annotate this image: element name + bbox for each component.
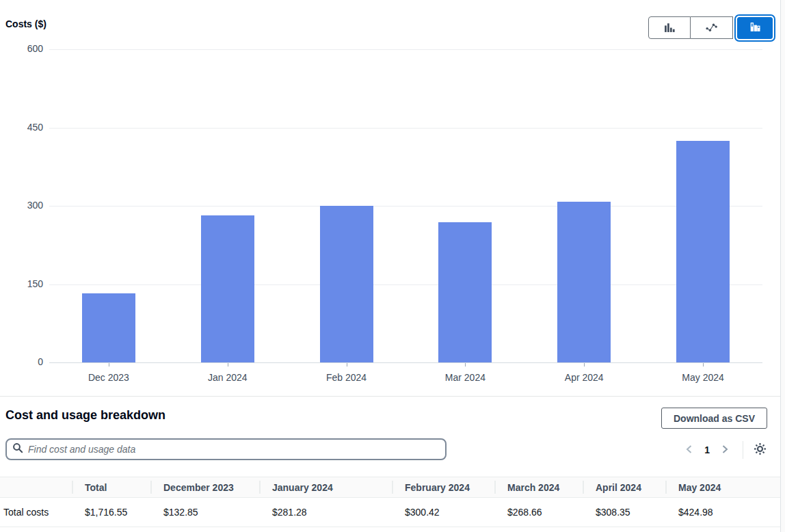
column-header: December 2023 xyxy=(150,477,259,498)
column-header: January 2024 xyxy=(259,477,392,498)
gear-icon xyxy=(753,442,767,458)
table-row: Total costs$1,716.55$132.85$281.28$300.4… xyxy=(0,498,785,527)
y-tick-label: 150 xyxy=(0,278,43,289)
search-input[interactable] xyxy=(28,444,440,455)
column-header: April 2024 xyxy=(583,477,665,498)
column-header: March 2024 xyxy=(494,477,583,498)
x-tick-label: Dec 2023 xyxy=(49,372,168,383)
gridline-450 xyxy=(49,128,762,129)
table-cell: $424.98 xyxy=(665,498,785,527)
table-cell: $300.42 xyxy=(392,498,494,527)
x-tick-label: Feb 2024 xyxy=(287,372,406,383)
cost-breakdown-table: TotalDecember 2023January 2024February 2… xyxy=(0,477,785,527)
vertical-scrollbar[interactable] xyxy=(780,0,785,532)
gridline-0 xyxy=(49,362,762,363)
x-axis-tick xyxy=(584,363,585,367)
table-header-row: TotalDecember 2023January 2024February 2… xyxy=(0,477,785,498)
previous-page-button[interactable] xyxy=(680,442,699,458)
bar-feb-2024[interactable] xyxy=(320,206,373,362)
column-header: February 2024 xyxy=(392,477,494,498)
x-axis-tick xyxy=(109,363,109,367)
table-cell: $132.85 xyxy=(150,498,259,527)
download-csv-button[interactable]: Download as CSV xyxy=(661,408,767,429)
bar-chart-plot-area: 0150300450600Dec 2023Jan 2024Feb 2024Mar… xyxy=(0,0,785,396)
bar-jan-2024[interactable] xyxy=(201,215,254,362)
y-tick-label: 300 xyxy=(0,200,43,211)
chevron-right-icon xyxy=(719,444,730,457)
x-axis-tick xyxy=(465,363,466,367)
x-axis-tick xyxy=(347,363,347,367)
x-tick-label: May 2024 xyxy=(643,372,762,383)
gridline-150 xyxy=(49,284,762,285)
breakdown-title: Cost and usage breakdown xyxy=(5,408,165,423)
row-label: Total costs xyxy=(0,498,72,527)
column-header: May 2024 xyxy=(665,477,785,498)
search-box[interactable] xyxy=(5,438,447,460)
column-header: Total xyxy=(72,477,150,498)
bar-may-2024[interactable] xyxy=(676,141,730,362)
x-axis-tick xyxy=(228,363,228,367)
table-cell: $268.66 xyxy=(494,498,583,527)
y-tick-label: 0 xyxy=(0,356,43,367)
cost-breakdown-panel: Cost and usage breakdown Download as CSV… xyxy=(0,397,785,532)
x-tick-label: Mar 2024 xyxy=(405,372,524,383)
table-cell: $1,716.55 xyxy=(72,498,150,527)
chevron-left-icon xyxy=(684,444,695,457)
column-header xyxy=(0,477,72,498)
bar-apr-2024[interactable] xyxy=(557,202,611,362)
bar-mar-2024[interactable] xyxy=(438,222,492,362)
bar-dec-2023[interactable] xyxy=(82,293,135,362)
x-tick-label: Apr 2024 xyxy=(524,372,643,383)
x-tick-label: Jan 2024 xyxy=(168,372,287,383)
pagination-divider xyxy=(743,441,743,459)
page-number[interactable]: 1 xyxy=(699,444,715,455)
search-icon xyxy=(12,442,28,456)
y-tick-label: 600 xyxy=(0,43,43,54)
preferences-button[interactable] xyxy=(751,440,769,460)
next-page-button[interactable] xyxy=(715,442,734,458)
table-cell: $281.28 xyxy=(259,498,392,527)
table-cell: $308.35 xyxy=(583,498,665,527)
cost-chart-panel: Costs ($) xyxy=(0,0,785,397)
gridline-300 xyxy=(49,206,762,207)
gridline-600 xyxy=(49,49,762,50)
x-axis-tick xyxy=(703,363,704,367)
y-tick-label: 450 xyxy=(0,122,43,133)
pagination: 1 xyxy=(680,440,769,460)
